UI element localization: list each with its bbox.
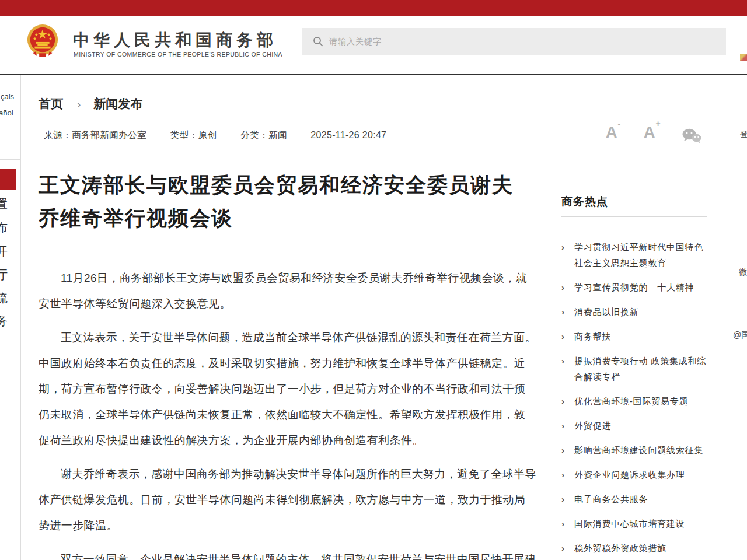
language-link-espanol[interactable]: añol	[0, 108, 13, 117]
hot-topic-label: 学习贯彻习近平新时代中国特色社会主义思想主题教育	[574, 242, 703, 268]
font-smaller-label: A	[606, 124, 617, 141]
chevron-right-icon: ›	[561, 279, 565, 295]
left-nav-item[interactable]: 厅	[0, 267, 8, 283]
site-header: 中华人民共和国商务部 MINISTRY OF COMMERCE OF THE P…	[0, 16, 747, 74]
search-icon	[313, 36, 323, 47]
hot-topic-link[interactable]: ›影响营商环境建设问题线索征集	[561, 442, 707, 458]
hot-topic-label: 电子商务公共服务	[574, 494, 648, 504]
hot-topic-link[interactable]: ›外贸促进	[561, 418, 707, 433]
article-paragraph: 11月26日，商务部部长王文涛与欧盟委员会贸易和经济安全委员谢夫乔维奇举行视频会…	[39, 265, 536, 317]
hot-topic-link[interactable]: ›优化营商环境-国际贸易专题	[561, 393, 707, 409]
hot-topic-label: 外贸促进	[574, 421, 611, 430]
right-rail-divider-vertical	[727, 75, 727, 560]
weibo-handle-fragment[interactable]: @国	[733, 330, 747, 341]
hot-topic-link[interactable]: ›电子商务公共服务	[561, 491, 707, 507]
article-meta-row: 来源：商务部新闻办公室 类型：原创 分类：新闻 2025-11-26 20:47	[44, 130, 386, 142]
breadcrumb-separator-icon: ›	[77, 98, 81, 110]
minus-sign: -	[618, 119, 621, 128]
chevron-right-icon: ›	[561, 467, 565, 482]
meta-category: 分类：新闻	[240, 130, 287, 140]
hot-topic-link[interactable]: ›消费品以旧换新	[561, 304, 707, 320]
hot-topic-link[interactable]: ›商务帮扶	[561, 328, 707, 344]
hot-topic-label: 外资企业问题诉求收集办理	[574, 470, 685, 480]
hot-topic-link[interactable]: ›提振消费专项行动 政策集成和综合解读专栏	[561, 353, 707, 384]
meta-type: 类型：原创	[170, 130, 217, 140]
font-larger-label: A	[644, 124, 655, 141]
hot-topic-label: 稳外贸稳外资政策措施	[574, 543, 666, 553]
left-rail-divider	[0, 159, 20, 160]
left-nav-active-item[interactable]	[0, 169, 16, 190]
breadcrumb-home[interactable]: 首页	[39, 97, 63, 110]
left-nav-item[interactable]: 流	[0, 290, 8, 306]
hot-topic-link[interactable]: ›学习宣传贯彻党的二十大精神	[561, 279, 707, 295]
page: { "colors": { "brand_red": "#b01c20", "d…	[0, 0, 747, 560]
chevron-right-icon: ›	[561, 393, 565, 409]
hot-topic-link[interactable]: ›国际消费中心城市培育建设	[561, 516, 707, 531]
hot-topics-list: ›学习贯彻习近平新时代中国特色社会主义思想主题教育 ›学习宣传贯彻党的二十大精神…	[561, 239, 708, 556]
top-red-bar	[0, 0, 747, 16]
chevron-right-icon: ›	[561, 304, 565, 320]
left-nav-item[interactable]: 置	[0, 196, 8, 212]
left-nav-item[interactable]: 务	[0, 313, 8, 329]
article-body: 11月26日，商务部部长王文涛与欧盟委员会贸易和经济安全委员谢夫乔维奇举行视频会…	[39, 265, 536, 560]
article-paragraph: 双方一致同意，企业是解决安世半导体问题的主体，将共同敦促安世荷兰与安世中国尽快开…	[39, 547, 536, 560]
font-larger-button[interactable]: A+	[644, 124, 660, 142]
hot-topic-label: 影响营商环境建设问题线索征集	[574, 445, 703, 455]
chevron-right-icon: ›	[561, 239, 565, 255]
right-rail-divider	[732, 181, 747, 181]
cutoff-icon-fragment	[740, 54, 747, 61]
plus-sign: +	[656, 119, 661, 128]
title-divider	[39, 255, 536, 256]
login-link-fragment[interactable]: 登	[740, 130, 747, 140]
chevron-right-icon: ›	[561, 516, 565, 531]
hot-topics-sidebar: 商务热点 ›学习贯彻习近平新时代中国特色社会主义思想主题教育 ›学习宣传贯彻党的…	[561, 194, 708, 560]
search-input[interactable]	[329, 28, 714, 55]
breadcrumb-divider	[39, 117, 708, 117]
meta-datetime: 2025-11-26 20:47	[310, 130, 386, 140]
chevron-right-icon: ›	[561, 491, 565, 507]
left-nav-item[interactable]: 开	[0, 244, 8, 260]
right-rail-divider	[732, 302, 747, 302]
chevron-right-icon: ›	[561, 442, 565, 458]
chevron-right-icon: ›	[561, 540, 565, 556]
weixin-link-fragment[interactable]: 微	[739, 267, 747, 278]
hot-topic-label: 国际消费中心城市培育建设	[574, 519, 685, 528]
language-link-francais[interactable]: çais	[1, 92, 14, 101]
hot-topic-label: 提振消费专项行动 政策集成和综合解读专栏	[574, 356, 706, 382]
national-emblem-logo	[26, 23, 60, 58]
chevron-right-icon: ›	[561, 328, 565, 344]
hot-topic-label: 优化营商环境-国际贸易专题	[574, 396, 688, 406]
breadcrumb-section[interactable]: 新闻发布	[93, 97, 142, 110]
meta-divider	[39, 153, 708, 153]
right-rail-divider	[732, 349, 747, 349]
sidebar-title: 商务热点	[561, 194, 708, 209]
sidebar-divider	[561, 216, 707, 217]
wechat-share-icon[interactable]	[682, 128, 701, 144]
breadcrumb: 首页›新闻发布	[39, 96, 142, 112]
site-subtitle: MINISTRY OF COMMERCE OF THE PEOPLE'S REP…	[74, 51, 282, 58]
meta-source: 来源：商务部新闻办公室	[44, 130, 146, 140]
hot-topic-link[interactable]: ›外资企业问题诉求收集办理	[561, 467, 707, 482]
chevron-right-icon: ›	[561, 418, 565, 433]
hot-topic-label: 消费品以旧换新	[574, 307, 639, 317]
hot-topic-link[interactable]: ›稳外贸稳外资政策措施	[561, 540, 707, 556]
hot-topic-label: 学习宣传贯彻党的二十大精神	[574, 282, 694, 292]
hot-topic-label: 商务帮扶	[574, 331, 611, 341]
hot-topic-link[interactable]: ›学习贯彻习近平新时代中国特色社会主义思想主题教育	[561, 239, 707, 271]
article-paragraph: 谢夫乔维奇表示，感谢中国商务部为推动解决安世半导体问题所作的巨大努力，避免了全球…	[39, 461, 536, 538]
chevron-right-icon: ›	[561, 353, 565, 369]
article-title: 王文涛部长与欧盟委员会贸易和经济安全委员谢夫乔维奇举行视频会谈	[39, 168, 533, 235]
main-content: 首页›新闻发布 来源：商务部新闻办公室 类型：原创 分类：新闻 2025-11-…	[21, 75, 727, 560]
article-paragraph: 王文涛表示，关于安世半导体问题，造成当前全球半导体产供链混乱的源头和责任在荷兰方…	[39, 325, 536, 453]
font-smaller-button[interactable]: A-	[606, 124, 620, 142]
search-box[interactable]	[302, 28, 726, 55]
left-nav-item[interactable]: 布	[0, 220, 8, 236]
site-title: 中华人民共和国商务部	[73, 29, 277, 51]
